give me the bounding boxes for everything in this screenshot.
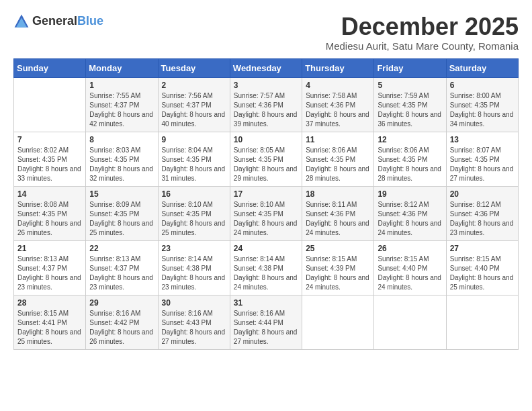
calendar-cell: 23Sunrise: 8:14 AMSunset: 4:38 PMDayligh… (158, 240, 230, 295)
day-number: 10 (234, 135, 298, 144)
day-number: 7 (17, 135, 82, 144)
header-day-wednesday: Wednesday (230, 58, 302, 77)
day-number: 3 (234, 81, 298, 90)
header-day-saturday: Saturday (446, 58, 518, 77)
header: General Blue December 2025 Mediesu Aurit… (13, 13, 519, 52)
month-title: December 2025 (326, 13, 519, 40)
cell-content: Sunrise: 8:13 AMSunset: 4:37 PMDaylight:… (89, 255, 154, 292)
calendar-cell: 5Sunrise: 7:59 AMSunset: 4:35 PMDaylight… (374, 77, 446, 132)
calendar-cell: 19Sunrise: 8:12 AMSunset: 4:36 PMDayligh… (374, 186, 446, 240)
day-number: 24 (234, 244, 298, 253)
cell-content: Sunrise: 8:13 AMSunset: 4:37 PMDaylight:… (17, 255, 82, 292)
cell-content: Sunrise: 8:05 AMSunset: 4:35 PMDaylight:… (234, 146, 298, 183)
calendar-cell: 31Sunrise: 8:16 AMSunset: 4:44 PMDayligh… (230, 295, 302, 349)
day-number: 17 (234, 189, 298, 199)
cell-content: Sunrise: 8:16 AMSunset: 4:42 PMDaylight:… (89, 309, 154, 347)
calendar-cell: 21Sunrise: 8:13 AMSunset: 4:37 PMDayligh… (14, 240, 86, 295)
calendar-cell: 22Sunrise: 8:13 AMSunset: 4:37 PMDayligh… (86, 240, 158, 295)
cell-content: Sunrise: 7:55 AMSunset: 4:37 PMDaylight:… (89, 91, 154, 129)
cell-content: Sunrise: 8:06 AMSunset: 4:35 PMDaylight:… (378, 146, 442, 183)
cell-content: Sunrise: 8:09 AMSunset: 4:35 PMDaylight:… (89, 200, 154, 238)
day-number: 9 (162, 135, 226, 144)
calendar-week-row: 14Sunrise: 8:08 AMSunset: 4:35 PMDayligh… (14, 186, 519, 240)
day-number: 5 (378, 81, 442, 90)
cell-content: Sunrise: 7:56 AMSunset: 4:37 PMDaylight:… (162, 91, 226, 129)
cell-content: Sunrise: 7:59 AMSunset: 4:35 PMDaylight:… (378, 91, 442, 129)
calendar-cell: 1Sunrise: 7:55 AMSunset: 4:37 PMDaylight… (86, 77, 158, 132)
cell-content: Sunrise: 8:16 AMSunset: 4:44 PMDaylight:… (234, 309, 298, 347)
calendar-cell: 29Sunrise: 8:16 AMSunset: 4:42 PMDayligh… (86, 295, 158, 349)
day-number: 6 (450, 81, 515, 90)
cell-content: Sunrise: 8:15 AMSunset: 4:39 PMDaylight:… (306, 255, 370, 292)
calendar-cell: 28Sunrise: 8:15 AMSunset: 4:41 PMDayligh… (14, 295, 86, 349)
logo-blue: Blue (77, 15, 103, 28)
calendar-header-row: SundayMondayTuesdayWednesdayThursdayFrid… (14, 58, 519, 77)
calendar-cell: 10Sunrise: 8:05 AMSunset: 4:35 PMDayligh… (230, 132, 302, 186)
calendar-week-row: 1Sunrise: 7:55 AMSunset: 4:37 PMDaylight… (14, 77, 519, 132)
cell-content: Sunrise: 8:11 AMSunset: 4:36 PMDaylight:… (306, 200, 370, 238)
calendar-cell: 4Sunrise: 7:58 AMSunset: 4:36 PMDaylight… (302, 77, 374, 132)
calendar-cell (302, 295, 374, 349)
cell-content: Sunrise: 8:03 AMSunset: 4:35 PMDaylight:… (89, 146, 154, 183)
calendar-week-row: 28Sunrise: 8:15 AMSunset: 4:41 PMDayligh… (14, 295, 519, 349)
logo-text: General Blue (32, 15, 103, 28)
calendar-cell (374, 295, 446, 349)
cell-content: Sunrise: 8:12 AMSunset: 4:36 PMDaylight:… (378, 200, 442, 238)
calendar-cell: 27Sunrise: 8:15 AMSunset: 4:40 PMDayligh… (446, 240, 518, 295)
calendar-cell: 16Sunrise: 8:10 AMSunset: 4:35 PMDayligh… (158, 186, 230, 240)
day-number: 23 (162, 244, 226, 253)
cell-content: Sunrise: 8:06 AMSunset: 4:35 PMDaylight:… (306, 146, 370, 183)
calendar-table: SundayMondayTuesdayWednesdayThursdayFrid… (13, 58, 519, 350)
day-number: 11 (306, 135, 370, 144)
day-number: 30 (162, 298, 226, 308)
title-block: December 2025 Mediesu Aurit, Satu Mare C… (326, 13, 519, 52)
calendar-cell: 3Sunrise: 7:57 AMSunset: 4:36 PMDaylight… (230, 77, 302, 132)
calendar-week-row: 7Sunrise: 8:02 AMSunset: 4:35 PMDaylight… (14, 132, 519, 186)
cell-content: Sunrise: 8:10 AMSunset: 4:35 PMDaylight:… (234, 200, 298, 238)
calendar-cell: 12Sunrise: 8:06 AMSunset: 4:35 PMDayligh… (374, 132, 446, 186)
calendar-cell: 26Sunrise: 8:15 AMSunset: 4:40 PMDayligh… (374, 240, 446, 295)
calendar-cell: 9Sunrise: 8:04 AMSunset: 4:35 PMDaylight… (158, 132, 230, 186)
calendar-cell: 30Sunrise: 8:16 AMSunset: 4:43 PMDayligh… (158, 295, 230, 349)
day-number: 25 (306, 244, 370, 253)
day-number: 27 (450, 244, 515, 253)
header-day-sunday: Sunday (14, 58, 86, 77)
day-number: 28 (17, 298, 82, 308)
cell-content: Sunrise: 8:10 AMSunset: 4:35 PMDaylight:… (162, 200, 226, 238)
calendar-cell: 2Sunrise: 7:56 AMSunset: 4:37 PMDaylight… (158, 77, 230, 132)
logo-general: General (32, 15, 77, 28)
day-number: 19 (378, 189, 442, 199)
day-number: 20 (450, 189, 515, 199)
calendar-cell (14, 77, 86, 132)
cell-content: Sunrise: 7:58 AMSunset: 4:36 PMDaylight:… (306, 91, 370, 129)
calendar-cell: 18Sunrise: 8:11 AMSunset: 4:36 PMDayligh… (302, 186, 374, 240)
day-number: 29 (89, 298, 154, 308)
cell-content: Sunrise: 8:15 AMSunset: 4:41 PMDaylight:… (17, 309, 82, 347)
day-number: 1 (89, 81, 154, 90)
day-number: 22 (89, 244, 154, 253)
day-number: 21 (17, 244, 82, 253)
calendar-cell: 24Sunrise: 8:14 AMSunset: 4:38 PMDayligh… (230, 240, 302, 295)
header-day-tuesday: Tuesday (158, 58, 230, 77)
cell-content: Sunrise: 8:12 AMSunset: 4:36 PMDaylight:… (450, 200, 515, 238)
calendar-cell: 11Sunrise: 8:06 AMSunset: 4:35 PMDayligh… (302, 132, 374, 186)
cell-content: Sunrise: 8:08 AMSunset: 4:35 PMDaylight:… (17, 200, 82, 238)
cell-content: Sunrise: 8:15 AMSunset: 4:40 PMDaylight:… (378, 255, 442, 292)
header-day-thursday: Thursday (302, 58, 374, 77)
subtitle: Mediesu Aurit, Satu Mare County, Romania (326, 40, 519, 52)
calendar-cell: 8Sunrise: 8:03 AMSunset: 4:35 PMDaylight… (86, 132, 158, 186)
day-number: 16 (162, 189, 226, 199)
day-number: 15 (89, 189, 154, 199)
calendar-cell: 15Sunrise: 8:09 AMSunset: 4:35 PMDayligh… (86, 186, 158, 240)
day-number: 18 (306, 189, 370, 199)
cell-content: Sunrise: 8:15 AMSunset: 4:40 PMDaylight:… (450, 255, 515, 292)
cell-content: Sunrise: 7:57 AMSunset: 4:36 PMDaylight:… (234, 91, 298, 129)
calendar-cell: 20Sunrise: 8:12 AMSunset: 4:36 PMDayligh… (446, 186, 518, 240)
header-day-friday: Friday (374, 58, 446, 77)
cell-content: Sunrise: 8:07 AMSunset: 4:35 PMDaylight:… (450, 146, 515, 183)
cell-content: Sunrise: 8:16 AMSunset: 4:43 PMDaylight:… (162, 309, 226, 347)
cell-content: Sunrise: 8:00 AMSunset: 4:35 PMDaylight:… (450, 91, 515, 129)
header-day-monday: Monday (86, 58, 158, 77)
calendar-cell: 14Sunrise: 8:08 AMSunset: 4:35 PMDayligh… (14, 186, 86, 240)
calendar-cell: 6Sunrise: 8:00 AMSunset: 4:35 PMDaylight… (446, 77, 518, 132)
